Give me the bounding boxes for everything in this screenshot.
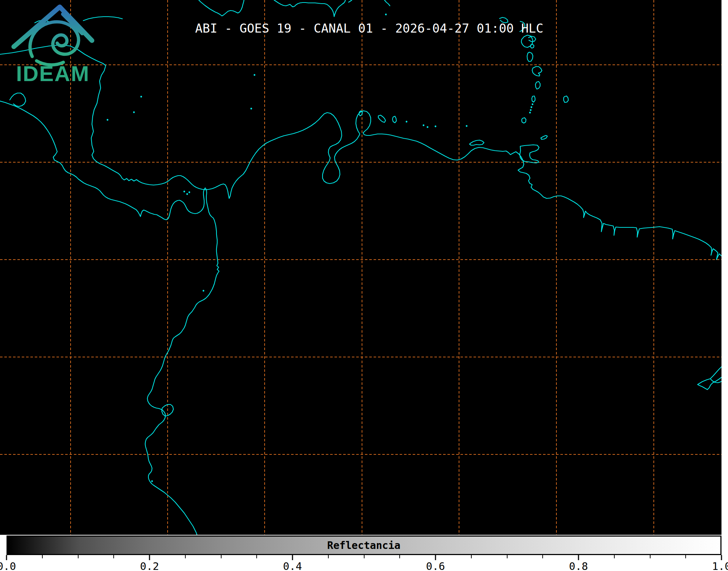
colorbar-tick-label: 0.6 [426,560,445,571]
islet-dot [140,96,142,98]
goes-satellite-image-figure: ABI - GOES 19 - CANAL 01 - 2026-04-27 01… [0,0,728,571]
coastline-margarita-island [470,140,484,145]
islet-dot [203,290,205,292]
colorbar-minor-tick [256,555,257,558]
islet-dot [186,193,188,195]
colorbar-tick-label: 0.2 [140,560,159,571]
colorbar-major-tick [6,555,7,560]
ideam-logo: IDEAM [0,0,109,86]
colorbar-title: Reflectancia [327,539,400,551]
colorbar-minor-tick [78,555,79,558]
colorbar-tick-label: 0.0 [0,560,16,571]
islet-dot [435,126,437,127]
coastline-river-fragment-right [698,367,721,390]
colorbar-minor-tick [328,555,329,558]
colorbar-major-tick [435,555,436,560]
colorbar-minor-tick [650,555,651,558]
coastline-trinidad [520,145,539,163]
colorbar-minor-tick [113,555,114,558]
islet-dot [423,125,425,126]
colorbar-tick-label: 1.0 [712,560,728,571]
islet-dot [385,14,387,16]
islet-dot [427,126,429,128]
colorbar-minor-tick [471,555,472,558]
colorbar-minor-tick [364,555,365,558]
islet-dot [254,74,256,76]
islet-dot [151,480,153,482]
map-title: ABI - GOES 19 - CANAL 01 - 2026-04-27 01… [195,21,543,35]
colorbar-minor-tick [399,555,400,558]
colorbar-major-tick [292,555,293,560]
islet-dot [184,191,185,193]
islet-dot [531,106,533,108]
islet-dot [530,109,532,111]
islet-dot [406,121,408,123]
colorbar-minor-tick [614,555,615,558]
islet-dot [532,104,534,105]
colorbar-major-tick [578,555,579,560]
islet-dot [251,108,252,110]
colorbar-minor-tick [507,555,508,558]
colorbar-minor-tick [185,555,186,558]
coastline-fonseca-gulf [10,93,26,106]
coastline-hispaniola-south-coast [199,0,244,16]
colorbar-tick-label: 0.4 [283,560,302,571]
islet-dot [133,112,135,113]
ideam-logo-text: IDEAM [16,62,89,86]
map-canvas: ABI - GOES 19 - CANAL 01 - 2026-04-27 01… [0,0,721,535]
colorbar-major-tick [721,555,722,560]
colorbar-minor-tick [221,555,222,558]
colorbar-minor-tick [542,555,543,558]
coastline-island-coast-top-center [274,0,390,17]
islet-dot [107,119,109,121]
coastline-lesser-antilles [500,17,568,139]
ideam-hurricane-swirl-icon [30,22,79,65]
islet-dot [189,192,190,193]
islet-dot [529,112,531,114]
colorbar-tick-label: 0.8 [569,560,588,571]
colorbar-minor-tick [42,555,43,558]
islet-dot [466,125,468,127]
coastline-pacific-mainland-coast [0,101,219,535]
coastline-abc-islands [359,111,396,123]
colorbar-major-tick [149,555,150,560]
colorbar-minor-tick [685,555,686,558]
